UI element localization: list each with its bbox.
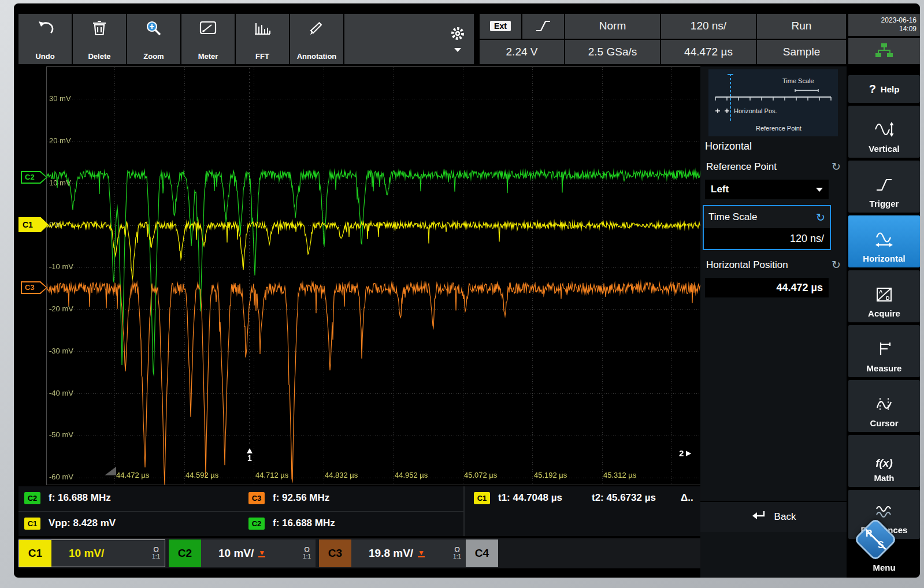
svg-text:A: A — [879, 289, 883, 295]
y-axis-label: -10 mV — [49, 262, 73, 271]
sidebar-button-cursor[interactable]: Cursor — [848, 380, 920, 432]
delete-button[interactable]: Delete — [73, 14, 126, 64]
y-axis-label: 30 mV — [49, 94, 71, 103]
sidebar-button-horizontal[interactable]: Horizontal — [848, 215, 920, 267]
network-icon — [874, 42, 894, 61]
channel2-settings[interactable]: C2 10 mV/ ▼ Ω 1:1 — [169, 539, 316, 567]
run-state-cell[interactable]: Run — [757, 14, 846, 39]
reset-icon[interactable]: ↻ — [832, 258, 841, 271]
time-scale-cell[interactable]: 120 ns/ — [661, 14, 756, 39]
measurement-value: f: 92.56 MHz — [273, 492, 329, 504]
acquisition-mode-cell[interactable]: Sample — [757, 40, 846, 65]
pencil-icon — [308, 20, 325, 39]
channel2-tab[interactable]: C2 — [169, 539, 201, 567]
trash-icon — [91, 20, 107, 39]
meter-button[interactable]: Meter — [181, 14, 235, 64]
undo-button[interactable]: Undo — [18, 14, 72, 64]
caliper-icon — [876, 340, 892, 360]
channel3-settings[interactable]: C3 19.8 mV/ ▼ Ω 1:1 — [319, 539, 466, 567]
channel2-scale: 10 mV/ — [218, 547, 254, 560]
x-axis-label: 44.832 µs — [325, 471, 358, 479]
reset-icon[interactable]: ↻ — [832, 160, 841, 173]
cursor2-offscreen-marker[interactable]: 2 ▶ — [679, 448, 691, 458]
reference-point-select[interactable]: Left — [705, 180, 829, 199]
x-axis-label: 44.712 µs — [255, 471, 288, 479]
sidebar-button-label: Vertical — [869, 144, 899, 154]
cursor-channel-badge: C1 — [474, 492, 490, 504]
horizontal-position-label: Horizontal Position — [706, 259, 788, 271]
trigger-source-cell[interactable]: Ext — [480, 14, 564, 39]
toolbar: Undo Delete Zoom Meter FFT — [18, 14, 474, 64]
cursor2-label: 2 — [679, 448, 684, 458]
sidebar-button-measure[interactable]: Measure — [848, 325, 920, 377]
sidebar-button-label: Horizontal — [863, 254, 905, 263]
waveform-canvas[interactable] — [47, 67, 701, 485]
waveform-display[interactable]: 30 mV 20 mV 10 mV 0 V -10 mV -20 mV -30 … — [46, 66, 702, 485]
channel4-tab[interactable]: C4 — [466, 539, 498, 567]
svg-text:D: D — [886, 295, 890, 301]
back-arrow-icon — [751, 510, 766, 524]
chevron-down-icon — [454, 48, 461, 52]
sidebar-button-help[interactable]: ? Help — [848, 75, 920, 103]
sidebar-button-vertical[interactable]: Vertical — [848, 106, 920, 158]
sidebar-button-label: Measure — [867, 363, 902, 373]
y-axis-label: -30 mV — [49, 347, 73, 355]
trigger-slope-icon — [875, 177, 893, 195]
channel4-settings[interactable]: C4 — [466, 539, 498, 567]
trigger-position-marker[interactable] — [105, 467, 116, 475]
reset-icon[interactable]: ↻ — [816, 211, 825, 224]
annotation-button[interactable]: Annotation — [290, 14, 343, 64]
y-axis-label: 20 mV — [49, 136, 71, 145]
y-axis-label: 10 mV — [49, 178, 71, 187]
time-scale-row: Time Scale ↻ — [704, 206, 830, 228]
time-text: 14:09 — [848, 25, 916, 34]
fft-button[interactable]: FFT — [236, 14, 289, 64]
toolbar-button-label: Delete — [88, 52, 110, 61]
date-text: 2023-06-16 — [848, 16, 916, 25]
reference-point-value: Left — [711, 184, 729, 195]
diagram-reference-point-label: Reference Point — [756, 125, 801, 132]
cursor1-arrow-icon — [247, 448, 253, 453]
fft-icon — [253, 20, 272, 38]
oscilloscope-screen: Undo Delete Zoom Meter FFT — [14, 3, 920, 578]
zoom-icon — [145, 20, 162, 39]
dialog-title: Horizontal — [705, 140, 752, 152]
settings-gear-button[interactable] — [445, 14, 470, 64]
zoom-button[interactable]: Zoom — [127, 14, 180, 64]
channel1-settings[interactable]: C1 10 mV/ Ω 1:1 — [18, 539, 165, 567]
channel-marker-label: C1 — [23, 220, 33, 229]
sidebar-button-label: Math — [874, 473, 895, 483]
time-scale-group[interactable]: Time Scale ↻ 120 ns/ — [703, 205, 831, 250]
channel3-tab[interactable]: C3 — [319, 539, 351, 567]
x-axis-label: 44.472 µs — [116, 471, 149, 479]
impedance-icon: Ω — [152, 546, 160, 553]
channel1-tab[interactable]: C1 — [19, 540, 51, 567]
horizontal-position-row: Horizontal Position ↻ — [706, 258, 841, 271]
channel-marker-c2[interactable]: C2 — [21, 171, 47, 184]
measurement-value: Vpp: 8.428 mV — [49, 518, 116, 529]
channel1-coupling: Ω 1:1 — [152, 546, 160, 560]
rohde-schwarz-logo: R S — [853, 518, 898, 567]
sidebar-menu: ? Help Vertical Trigger Horizontal AD A — [848, 66, 920, 578]
measurement-channel-badge: C2 — [248, 518, 265, 530]
trigger-level-cell[interactable]: 2.24 V — [480, 40, 564, 65]
channel-marker-c3[interactable]: C3 — [21, 281, 47, 294]
sidebar-button-acquire[interactable]: AD Acquire — [848, 270, 920, 322]
trigger-level-marker-icon: ▼ — [418, 550, 425, 557]
fx-icon: f(x) — [875, 457, 893, 470]
y-axis-label: -50 mV — [49, 430, 73, 439]
horizontal-position-cell[interactable]: 44.472 µs — [661, 40, 756, 65]
network-status-button[interactable] — [848, 38, 920, 64]
toolbar-button-label: Meter — [198, 52, 218, 61]
horizontal-position-field[interactable]: 44.472 µs — [705, 278, 829, 297]
channel-marker-c1[interactable]: C1 — [18, 217, 49, 232]
trigger-mode-cell[interactable]: Norm — [565, 14, 660, 39]
sidebar-button-trigger[interactable]: Trigger — [848, 161, 920, 213]
time-scale-value-field[interactable]: 120 ns/ — [704, 228, 830, 249]
cursor1-handle[interactable]: 1 — [243, 448, 256, 463]
back-button[interactable]: Back — [700, 501, 847, 532]
divider — [18, 511, 463, 512]
sidebar-button-label: Help — [881, 84, 900, 94]
sidebar-button-math[interactable]: f(x) Math — [848, 435, 920, 487]
x-axis-label: 44.592 µs — [185, 471, 218, 479]
